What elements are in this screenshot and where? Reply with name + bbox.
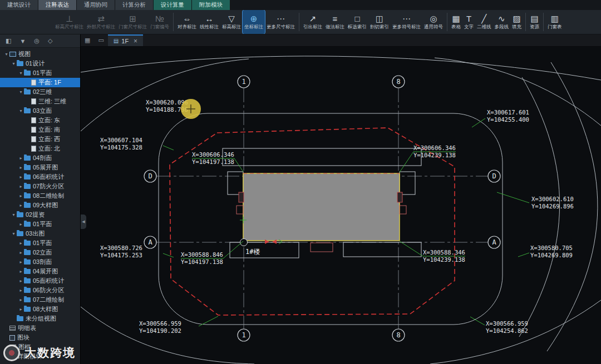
external-dim-button[interactable]: ⇄ 外部尺寸标注 [85, 10, 117, 34]
coordinate-label: X=300606.346Y=104197.138 [192, 151, 234, 165]
tree-expand-arrow[interactable]: ▾ [11, 212, 17, 217]
tree-item[interactable]: ▸ 06面积统计 [0, 172, 80, 182]
tree-expand-arrow[interactable]: ▾ [11, 231, 17, 236]
drawing-canvas-area[interactable]: 1 8 D D A A 1 8 X=300620.096Y=104188.798… [81, 47, 601, 364]
tree-expand-arrow[interactable]: ▾ [18, 108, 24, 113]
tree-expand-arrow[interactable]: ▾ [3, 52, 9, 57]
tree-item[interactable]: ▸ 08大样图 [0, 305, 80, 314]
ribbon-group-draw: ▦ 表格 T 文字 ╱ 二维线 ∿ 多段线 [450, 10, 523, 34]
aligned-dim-button[interactable]: ⇔ 对齐标注 [176, 10, 198, 34]
tree-item[interactable]: ▾ 01平面 [0, 68, 80, 78]
fit-view-icon[interactable]: ▭ [94, 37, 107, 44]
tree-expand-arrow[interactable]: ▸ [18, 222, 24, 227]
view-tab-1f[interactable]: ▤ 1F × [108, 34, 143, 46]
tree-item[interactable]: ▸ 05面积统计 [0, 276, 80, 286]
door-window-number-button[interactable]: № 门窗编号 [149, 10, 171, 34]
level-mark-button[interactable]: ▽ 标高标注 [220, 10, 243, 34]
tree-item-plan-1f[interactable]: 平面: 1F [0, 78, 80, 87]
tree-expand-arrow[interactable]: ▸ [18, 174, 24, 179]
tree-expand-arrow[interactable]: ▸ [18, 184, 24, 189]
close-tab-icon[interactable]: × [134, 37, 137, 45]
tree-item[interactable]: 立面: 南 [0, 125, 80, 134]
tree-item[interactable]: ▸ 05展开图 [0, 163, 80, 172]
tree-item[interactable]: ▸ 01平面 [0, 220, 80, 229]
door-window-schedule-button[interactable]: ▥ 门窗表 [546, 10, 564, 34]
folder-icon [24, 108, 31, 113]
tree-item[interactable]: 立面: 东 [0, 116, 80, 125]
locate-icon[interactable]: ◎ [34, 37, 40, 44]
coordinate-mark-button[interactable]: ⊕ 坐标标注 [243, 10, 265, 34]
tree-item[interactable]: ▾ 03立面 [0, 106, 80, 116]
tree-item[interactable]: ▾ 02提资 [0, 210, 80, 220]
tree-item[interactable]: ▸ 06防火分区 [0, 286, 80, 295]
viewport-layout-icon[interactable]: ▦ [81, 37, 94, 44]
linear-dim-button[interactable]: ↔ 线性标注 [198, 10, 220, 34]
menu-tab-annotation[interactable]: 注释表达 [38, 0, 77, 10]
tree-expand-arrow[interactable]: ▸ [18, 156, 24, 161]
tree-expand-arrow[interactable]: ▸ [18, 165, 24, 170]
category-icon[interactable]: ◇ [48, 37, 52, 44]
tree-item[interactable]: ▸ 09大样图 [0, 201, 80, 210]
tree-item[interactable]: ▾ 03出图 [0, 229, 80, 238]
table-button[interactable]: ▦ 表格 [450, 10, 462, 34]
section-index-button[interactable]: ◫ 剖切索引 [368, 10, 391, 34]
tree-item[interactable]: ▸ 08二维绘制 [0, 191, 80, 201]
tree-item[interactable]: ▸ 07二维绘制 [0, 295, 80, 305]
door-window-dim-button[interactable]: ⊞ 门窗尺寸标注 [117, 10, 149, 34]
line2d-button[interactable]: ╱ 二维线 [475, 10, 493, 34]
menu-tab-collaboration[interactable]: 通用协同 [77, 0, 115, 10]
general-symbol-button[interactable]: ◎ 通用符号 [422, 10, 445, 34]
leader-note-button[interactable]: ↗ 引出标注 [302, 10, 324, 34]
tree-expand-arrow[interactable]: ▸ [18, 250, 24, 255]
tree-expand-arrow[interactable]: ▾ [18, 89, 24, 94]
tree-item-views-root[interactable]: ▾ 视图 [0, 49, 80, 59]
tree-expand-arrow[interactable]: ▸ [18, 269, 24, 274]
polyline-button[interactable]: ∿ 多段线 [493, 10, 511, 34]
tree-expand-arrow[interactable]: ▸ [18, 278, 24, 283]
tree-item[interactable]: 立面: 北 [0, 144, 80, 153]
tree-item[interactable]: ▸ 07防火分区 [0, 182, 80, 191]
tree-item[interactable]: ▸ 03剖面 [0, 257, 80, 267]
menu-tab-quantity[interactable]: 设计算量 [154, 0, 192, 10]
tree-expand-arrow[interactable]: ▸ [18, 297, 24, 302]
tree-item[interactable]: ▾ 02三维 [0, 87, 80, 97]
tree-expand-arrow[interactable]: ▾ [11, 61, 17, 66]
method-note-button[interactable]: ≡ 做法标注 [324, 10, 346, 34]
menu-tab-analysis[interactable]: 计算分析 [115, 0, 154, 10]
elevation-dim-button[interactable]: ⊥ 标高尺寸标注 [53, 10, 85, 34]
tree-expand-arrow[interactable]: ▸ [18, 307, 24, 312]
menu-tab-building-design[interactable]: 建筑设计 [0, 0, 38, 10]
tree-item[interactable]: 三维: 三维 [0, 97, 80, 106]
tree-expand-arrow[interactable]: ▾ [18, 71, 24, 76]
panel-collapse-handle[interactable]: ◀ [81, 215, 86, 229]
panel-view-icon[interactable]: ◧ [6, 37, 11, 44]
menu-tab-addons[interactable]: 附加模块 [192, 0, 230, 10]
tree-item[interactable]: ▾ 01设计 [0, 59, 80, 68]
tree-item[interactable]: 立面: 西 [0, 134, 80, 144]
grid-bubble: 8 [392, 76, 405, 88]
tree-expand-arrow[interactable]: ▸ [18, 203, 24, 208]
hatch-button[interactable]: ▨ 填充 [510, 10, 523, 34]
ribbon-separator [447, 13, 447, 31]
app-window: 建筑设计 注释表达 通用协同 计算分析 设计算量 附加模块 [0, 0, 601, 364]
building-footprint[interactable] [237, 173, 406, 252]
resource-button[interactable]: ▤ 资源 [528, 10, 541, 34]
tree-item[interactable]: 图块 [0, 333, 80, 342]
more-dim-button[interactable]: ⋯ 更多尺寸标注 [265, 10, 297, 34]
text-button[interactable]: T 文字 [462, 10, 475, 34]
tree-item[interactable]: ▸ 02立面 [0, 248, 80, 257]
filter-icon[interactable]: ▼ [19, 38, 26, 44]
tree-item[interactable]: ▸ 04展开图 [0, 267, 80, 276]
box-index-button[interactable]: □ 框选索引 [346, 10, 368, 34]
tree-expand-arrow[interactable]: ▸ [18, 241, 24, 246]
tree-item[interactable]: 明细表 [0, 323, 80, 333]
tree-expand-arrow[interactable]: ▸ [18, 260, 24, 265]
tree-expand-arrow[interactable]: ▸ [18, 288, 24, 293]
more-symbol-button[interactable]: ⋯ 更多符号标注 [391, 10, 422, 34]
tree-item[interactable]: ▸ 04剖面 [0, 153, 80, 163]
tree-item[interactable]: 未分组视图 [0, 314, 80, 323]
site-plan-drawing[interactable]: 1 8 D D A A 1 8 X=300620.096Y=104188.798… [81, 47, 601, 364]
tree-item[interactable]: ▸ 01平面 [0, 238, 80, 248]
tree-expand-arrow[interactable]: ▸ [18, 193, 24, 198]
svg-text:X=300617.601: X=300617.601 [487, 109, 529, 116]
